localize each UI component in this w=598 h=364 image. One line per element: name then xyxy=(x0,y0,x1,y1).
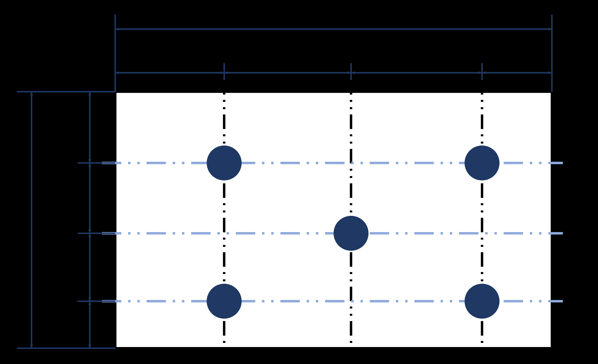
hole-top-right xyxy=(465,146,499,181)
hole-center xyxy=(333,216,368,251)
hole-bottom-left xyxy=(207,284,242,319)
hole-bottom-right xyxy=(465,284,499,319)
technical-drawing xyxy=(0,0,598,364)
hole-top-left xyxy=(207,146,242,181)
